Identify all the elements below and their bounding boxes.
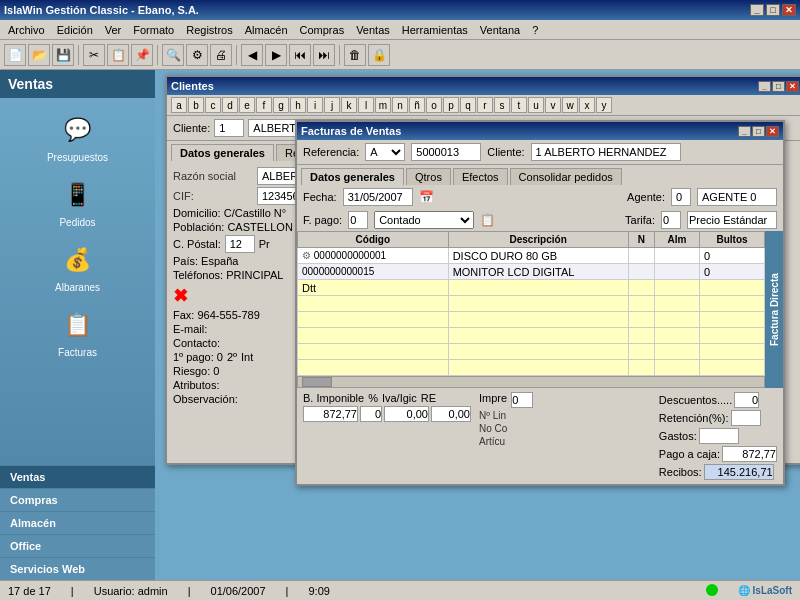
menu-ventas[interactable]: Ventas <box>350 22 396 38</box>
fecha-input[interactable] <box>343 188 413 206</box>
tarifa-num-input[interactable] <box>661 211 681 229</box>
clientes-minimize[interactable]: _ <box>758 81 771 92</box>
gastos-input[interactable] <box>699 428 739 444</box>
alpha-ñ[interactable]: ñ <box>409 97 425 113</box>
alpha-q[interactable]: q <box>460 97 476 113</box>
menu-registros[interactable]: Registros <box>180 22 238 38</box>
facturas-close[interactable]: ✕ <box>766 126 779 137</box>
menu-almacen[interactable]: Almacén <box>239 22 294 38</box>
agente-num-input[interactable] <box>671 188 691 206</box>
clientes-close[interactable]: ✕ <box>786 81 799 92</box>
alpha-j[interactable]: j <box>324 97 340 113</box>
menu-herramientas[interactable]: Herramientas <box>396 22 474 38</box>
fpago-num-input[interactable] <box>348 211 368 229</box>
alpha-a[interactable]: a <box>171 97 187 113</box>
tb-new[interactable]: 📄 <box>4 44 26 66</box>
tb-search[interactable]: 🔍 <box>162 44 184 66</box>
tb-last[interactable]: ⏭ <box>313 44 335 66</box>
tb-print[interactable]: 🖨 <box>210 44 232 66</box>
retencion-input[interactable] <box>731 410 761 426</box>
tb-lock[interactable]: 🔒 <box>368 44 390 66</box>
menu-compras[interactable]: Compras <box>294 22 351 38</box>
menu-arquivo[interactable]: Archivo <box>2 22 51 38</box>
alpha-e[interactable]: e <box>239 97 255 113</box>
sidebar-presupuestos[interactable]: 💬 Presupuestos <box>0 106 155 167</box>
tb-copy[interactable]: 📋 <box>107 44 129 66</box>
nav-servicios-web[interactable]: Servicios Web <box>0 557 155 580</box>
recibos-input[interactable] <box>704 464 774 480</box>
alpha-f[interactable]: f <box>256 97 272 113</box>
postal-input[interactable] <box>225 235 255 253</box>
ref-select[interactable]: A <box>365 143 405 161</box>
alpha-k[interactable]: k <box>341 97 357 113</box>
tb-open[interactable]: 📂 <box>28 44 50 66</box>
fpago-select[interactable]: Contado <box>374 211 474 229</box>
pago-caja-input[interactable] <box>722 446 777 462</box>
tb-delete[interactable]: 🗑 <box>344 44 366 66</box>
nav-compras[interactable]: Compras <box>0 488 155 511</box>
hscroll-thumb[interactable] <box>302 377 332 387</box>
alpha-u[interactable]: u <box>528 97 544 113</box>
alpha-b[interactable]: b <box>188 97 204 113</box>
menu-help[interactable]: ? <box>526 22 544 38</box>
facturas-maximize[interactable]: □ <box>752 126 765 137</box>
sidebar-albaranes[interactable]: 💰 Albaranes <box>0 236 155 297</box>
tb-paste[interactable]: 📌 <box>131 44 153 66</box>
fact-cliente-input[interactable] <box>531 143 681 161</box>
tb-save[interactable]: 💾 <box>52 44 74 66</box>
re-input[interactable] <box>431 406 471 422</box>
facturas-minimize[interactable]: _ <box>738 126 751 137</box>
menu-formato[interactable]: Formato <box>127 22 180 38</box>
clientes-maximize[interactable]: □ <box>772 81 785 92</box>
alpha-d[interactable]: d <box>222 97 238 113</box>
alpha-y[interactable]: y <box>596 97 612 113</box>
alpha-w[interactable]: w <box>562 97 578 113</box>
alpha-x[interactable]: x <box>579 97 595 113</box>
sidebar-facturas[interactable]: 📋 Facturas <box>0 301 155 362</box>
nav-office[interactable]: Office <box>0 534 155 557</box>
alpha-g[interactable]: g <box>273 97 289 113</box>
table-hscrollbar[interactable] <box>297 376 765 388</box>
tb-cut[interactable]: ✂ <box>83 44 105 66</box>
agente-val-input[interactable] <box>697 188 777 206</box>
tb-filter[interactable]: ⚙ <box>186 44 208 66</box>
pct-input[interactable] <box>360 406 382 422</box>
alpha-t[interactable]: t <box>511 97 527 113</box>
tab-efectos[interactable]: Efectos <box>453 168 508 185</box>
menu-edicion[interactable]: Edición <box>51 22 99 38</box>
nav-almacen[interactable]: Almacén <box>0 511 155 534</box>
tb-prev[interactable]: ◀ <box>241 44 263 66</box>
tab-qtros[interactable]: Qtros <box>406 168 451 185</box>
tab-datos-gen[interactable]: Datos generales <box>301 168 404 185</box>
tb-next[interactable]: ▶ <box>265 44 287 66</box>
tb-first[interactable]: ⏮ <box>289 44 311 66</box>
nav-ventas[interactable]: Ventas <box>0 465 155 488</box>
alpha-p[interactable]: p <box>443 97 459 113</box>
alpha-i[interactable]: i <box>307 97 323 113</box>
cliente-num-input[interactable] <box>214 119 244 137</box>
minimize-button[interactable]: _ <box>750 4 764 16</box>
tab-consolidar[interactable]: Consolidar pedidos <box>510 168 622 185</box>
alpha-r[interactable]: r <box>477 97 493 113</box>
alpha-o[interactable]: o <box>426 97 442 113</box>
sidebar-pedidos[interactable]: 📱 Pedidos <box>0 171 155 232</box>
tab-datos-generales[interactable]: Datos generales <box>171 144 274 161</box>
alpha-c[interactable]: c <box>205 97 221 113</box>
menu-ventana[interactable]: Ventana <box>474 22 526 38</box>
alpha-v[interactable]: v <box>545 97 561 113</box>
impr-input[interactable] <box>511 392 533 408</box>
alpha-n[interactable]: n <box>392 97 408 113</box>
calendar-icon[interactable]: 📅 <box>419 190 434 204</box>
menu-ver[interactable]: Ver <box>99 22 128 38</box>
alpha-s[interactable]: s <box>494 97 510 113</box>
close-button[interactable]: ✕ <box>782 4 796 16</box>
alpha-l[interactable]: l <box>358 97 374 113</box>
descuentos-input[interactable] <box>734 392 759 408</box>
tarifa-val-input[interactable] <box>687 211 777 229</box>
b-imponible-input[interactable] <box>303 406 358 422</box>
maximize-button[interactable]: □ <box>766 4 780 16</box>
alpha-h[interactable]: h <box>290 97 306 113</box>
ref-number-input[interactable] <box>411 143 481 161</box>
alpha-m[interactable]: m <box>375 97 391 113</box>
iva-input[interactable] <box>384 406 429 422</box>
